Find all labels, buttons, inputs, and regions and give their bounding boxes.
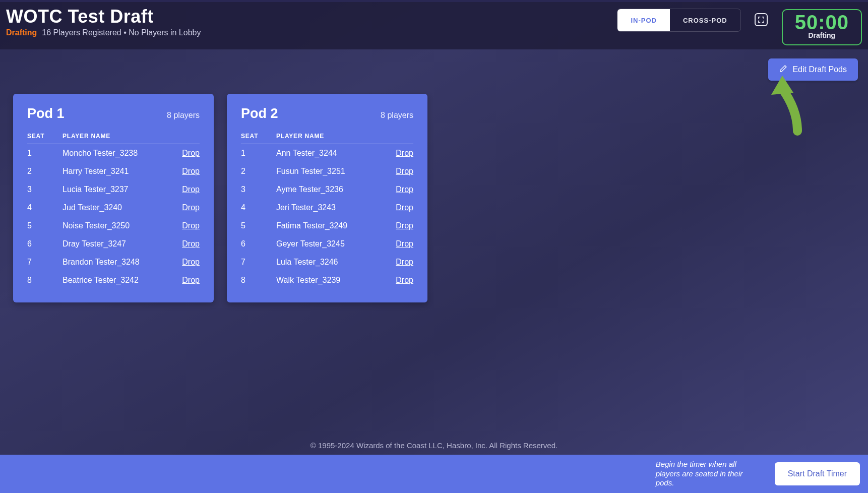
player-name: Harry Tester_3241 (63, 167, 169, 176)
pod-card: Pod 28 playersSEATPLAYER NAME1Ann Tester… (227, 94, 427, 302)
col-header-player-name: PLAYER NAME (63, 133, 169, 140)
drop-button[interactable]: Drop (383, 149, 413, 158)
pods-area: Pod 18 playersSEATPLAYER NAME1Moncho Tes… (0, 81, 868, 316)
drop-button[interactable]: Drop (383, 221, 413, 230)
view-toggle-group: IN-POD CROSS-POD (617, 9, 740, 31)
col-header-action (169, 133, 200, 140)
pod-table-head: SEATPLAYER NAME (27, 133, 200, 144)
drop-button[interactable]: Drop (383, 185, 413, 194)
pod-table-head: SEATPLAYER NAME (241, 133, 413, 144)
bottom-bar: Begin the timer when all players are sea… (0, 455, 868, 493)
drop-button[interactable]: Drop (383, 167, 413, 176)
pod-header: Pod 28 players (241, 106, 413, 121)
table-row: 6Dray Tester_3247Drop (27, 235, 200, 253)
seat-number: 2 (241, 167, 276, 176)
seat-number: 8 (241, 276, 276, 285)
player-name: Moncho Tester_3238 (63, 149, 169, 158)
player-name: Jeri Tester_3243 (276, 203, 383, 212)
tab-in-pod[interactable]: IN-POD (617, 9, 670, 31)
drop-button[interactable]: Drop (169, 221, 200, 230)
pod-header: Pod 18 players (27, 106, 200, 121)
pod-player-count: 8 players (381, 111, 413, 120)
player-name: Ann Tester_3244 (276, 149, 383, 158)
player-name: Jud Tester_3240 (63, 203, 169, 212)
app-header: WOTC Test Draft Drafting 16 Players Regi… (0, 0, 868, 49)
edit-draft-pods-label: Edit Draft Pods (792, 65, 847, 74)
player-name: Beatrice Tester_3242 (63, 276, 169, 285)
table-row: 1Ann Tester_3244Drop (241, 144, 413, 162)
seat-number: 6 (27, 239, 63, 249)
player-name: Lucia Tester_3237 (63, 185, 169, 194)
fullscreen-button[interactable] (755, 13, 768, 26)
pod-title: Pod 1 (27, 106, 65, 121)
col-header-player-name: PLAYER NAME (276, 133, 383, 140)
drop-button[interactable]: Drop (383, 258, 413, 267)
pod-table: SEATPLAYER NAME1Moncho Tester_3238Drop2H… (27, 133, 200, 289)
pod-player-count: 8 players (167, 111, 200, 120)
svg-marker-0 (771, 76, 793, 95)
subtitle-row: Drafting 16 Players Registered • No Play… (6, 28, 201, 37)
table-row: 7Lula Tester_3246Drop (241, 253, 413, 271)
toolbar: Edit Draft Pods (0, 49, 868, 81)
drop-button[interactable]: Drop (169, 185, 200, 194)
seat-number: 1 (241, 149, 276, 158)
pod-table: SEATPLAYER NAME1Ann Tester_3244Drop2Fusu… (241, 133, 413, 289)
col-header-seat: SEAT (241, 133, 276, 140)
player-name: Brandon Tester_3248 (63, 258, 169, 267)
table-row: 8Walk Tester_3239Drop (241, 271, 413, 289)
seat-number: 8 (27, 276, 63, 285)
table-row: 1Moncho Tester_3238Drop (27, 144, 200, 162)
col-header-seat: SEAT (27, 133, 63, 140)
seat-number: 5 (27, 221, 63, 230)
table-row: 4Jeri Tester_3243Drop (241, 199, 413, 217)
seat-number: 7 (27, 258, 63, 267)
table-row: 6Geyer Tester_3245Drop (241, 235, 413, 253)
page-title: WOTC Test Draft (6, 6, 201, 27)
table-row: 5Noise Tester_3250Drop (27, 217, 200, 235)
header-left: WOTC Test Draft Drafting 16 Players Regi… (6, 6, 201, 37)
table-row: 3Ayme Tester_3236Drop (241, 180, 413, 199)
player-name: Fatima Tester_3249 (276, 221, 383, 230)
player-name: Noise Tester_3250 (63, 221, 169, 230)
seat-number: 5 (241, 221, 276, 230)
player-name: Geyer Tester_3245 (276, 239, 383, 249)
drop-button[interactable]: Drop (383, 203, 413, 212)
table-row: 4Jud Tester_3240Drop (27, 199, 200, 217)
player-name: Lula Tester_3246 (276, 258, 383, 267)
header-right: IN-POD CROSS-POD 50:00 Drafting (617, 9, 862, 45)
table-row: 2Fusun Tester_3251Drop (241, 162, 413, 180)
callout-arrow-icon (767, 76, 808, 138)
seat-number: 2 (27, 167, 63, 176)
fullscreen-icon (758, 16, 765, 23)
drop-button[interactable]: Drop (169, 203, 200, 212)
table-row: 7Brandon Tester_3248Drop (27, 253, 200, 271)
drop-button[interactable]: Drop (383, 276, 413, 285)
timer-time: 50:00 (795, 12, 849, 32)
bottom-hint: Begin the timer when all players are sea… (656, 460, 762, 488)
player-name: Dray Tester_3247 (63, 239, 169, 249)
table-row: 3Lucia Tester_3237Drop (27, 180, 200, 199)
start-draft-timer-button[interactable]: Start Draft Timer (775, 462, 860, 485)
drop-button[interactable]: Drop (169, 239, 200, 249)
seat-number: 6 (241, 239, 276, 249)
pencil-icon (779, 65, 787, 75)
player-name: Walk Tester_3239 (276, 276, 383, 285)
table-row: 2Harry Tester_3241Drop (27, 162, 200, 180)
drop-button[interactable]: Drop (169, 149, 200, 158)
pod-title: Pod 2 (241, 106, 278, 121)
seat-number: 4 (241, 203, 276, 212)
players-info: 16 Players Registered • No Players in Lo… (42, 28, 201, 37)
seat-number: 3 (27, 185, 63, 194)
seat-number: 1 (27, 149, 63, 158)
drop-button[interactable]: Drop (169, 258, 200, 267)
seat-number: 3 (241, 185, 276, 194)
table-row: 5Fatima Tester_3249Drop (241, 217, 413, 235)
seat-number: 4 (27, 203, 63, 212)
table-row: 8Beatrice Tester_3242Drop (27, 271, 200, 289)
col-header-action (383, 133, 413, 140)
drop-button[interactable]: Drop (169, 167, 200, 176)
status-badge: Drafting (6, 28, 37, 37)
drop-button[interactable]: Drop (169, 276, 200, 285)
drop-button[interactable]: Drop (383, 239, 413, 249)
tab-cross-pod[interactable]: CROSS-POD (670, 9, 740, 31)
